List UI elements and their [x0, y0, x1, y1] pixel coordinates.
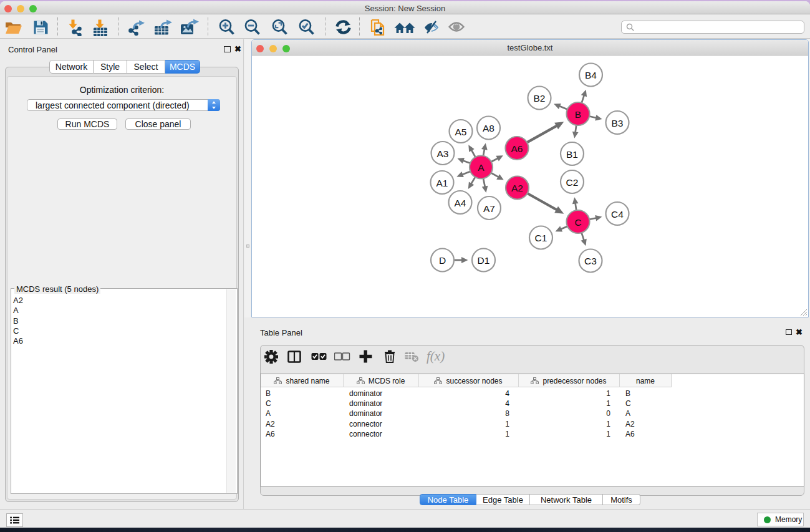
svg-text:A6: A6 — [511, 143, 523, 154]
svg-text:C3: C3 — [584, 256, 597, 266]
svg-text:A5: A5 — [455, 127, 467, 137]
svg-text:A3: A3 — [437, 148, 449, 159]
svg-text:A: A — [478, 162, 485, 173]
svg-text:B: B — [575, 109, 581, 120]
svg-text:A4: A4 — [455, 198, 466, 208]
svg-text:C1: C1 — [535, 233, 547, 243]
svg-text:B4: B4 — [585, 70, 597, 80]
svg-text:A2: A2 — [511, 183, 523, 193]
svg-text:A1: A1 — [436, 178, 448, 188]
svg-text:C: C — [574, 217, 581, 228]
svg-text:B2: B2 — [534, 93, 546, 104]
svg-text:A7: A7 — [483, 203, 495, 214]
svg-text:A8: A8 — [483, 123, 494, 133]
svg-text:C2: C2 — [566, 177, 579, 188]
svg-text:C4: C4 — [611, 209, 624, 220]
svg-text:B3: B3 — [612, 118, 624, 128]
svg-text:D: D — [439, 255, 446, 266]
svg-text:D1: D1 — [478, 255, 490, 266]
svg-text:B1: B1 — [566, 149, 578, 160]
